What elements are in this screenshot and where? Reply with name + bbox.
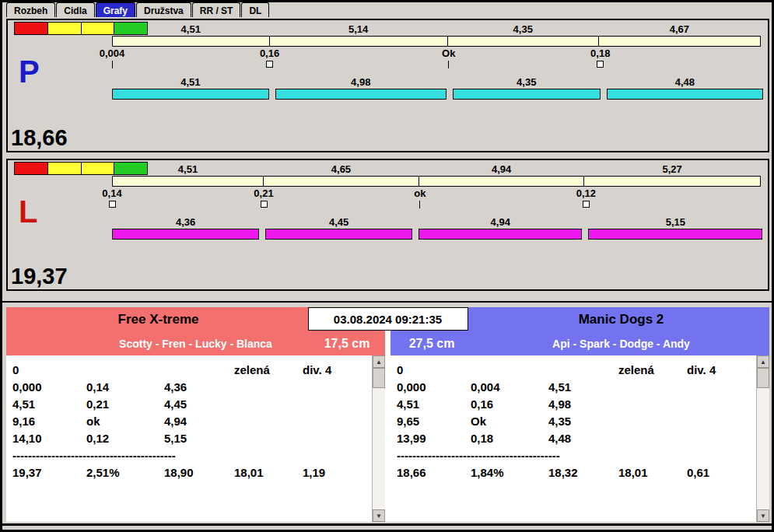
horizontal-divider — [2, 523, 772, 526]
table-cell: 9,16 — [12, 413, 86, 430]
tick-mark — [419, 201, 420, 208]
sensor-tick: 0,21 — [250, 187, 277, 208]
table-row: 0,0000,144,36 — [12, 379, 365, 396]
segment-bar — [263, 176, 419, 187]
table-cell: 4,35 — [548, 413, 618, 430]
bar-segment: 4,67 — [598, 23, 761, 47]
tick-checkbox[interactable] — [261, 201, 268, 208]
segment-time-label: 4,36 — [112, 216, 259, 229]
table-cell — [86, 362, 164, 379]
bar-segment: 4,36 — [112, 216, 262, 240]
table-cell: div. 4 — [303, 362, 365, 379]
segment-bar — [588, 229, 762, 240]
table-scrollbar[interactable]: ▲ ▼ — [756, 355, 769, 522]
tab-dru-stva[interactable]: Družstva — [136, 2, 191, 17]
scroll-thumb[interactable] — [373, 368, 385, 388]
table-cell — [303, 379, 365, 396]
team-name: Manic Dogs 2 — [473, 307, 769, 332]
sensor-tick: 0,12 — [573, 187, 599, 208]
tick-checkbox[interactable] — [597, 61, 604, 68]
datetime-box: 03.08.2024 09:21:35 — [308, 307, 468, 331]
table-cell — [618, 413, 687, 430]
table-row: 0zelenádiv. 4 — [397, 362, 749, 379]
table-cell: 0,61 — [687, 464, 749, 481]
table-cell: 0,18 — [471, 430, 548, 447]
sensor-tick: Ok — [436, 47, 462, 68]
tick-checkbox[interactable] — [266, 61, 273, 68]
segment-bar — [447, 36, 599, 47]
segment-time-label: 5,27 — [583, 163, 761, 176]
team-result-table: 0zelenádiv. 40,0000,144,364,510,214,459,… — [6, 355, 385, 522]
scroll-down-icon[interactable]: ▼ — [373, 509, 385, 522]
lane-total-time: 19,37 — [11, 265, 68, 288]
table-cell: zelená — [618, 362, 687, 379]
table-row: 9,16ok4,94 — [12, 413, 365, 430]
bar-segment: 4,98 — [272, 76, 450, 100]
tick-deviation-label: 0,12 — [573, 187, 599, 199]
table-row: 0zelenádiv. 4 — [12, 362, 365, 379]
table-row: 4,510,164,98 — [397, 396, 749, 413]
table-cell: 4,51 — [397, 396, 471, 413]
table-row: 18,661,84%18,3218,010,61 — [397, 464, 749, 481]
table-cell: ok — [86, 413, 164, 430]
tab-rozbeh[interactable]: Rozbeh — [6, 2, 55, 17]
scroll-up-icon[interactable]: ▲ — [373, 355, 385, 368]
tab-grafy[interactable]: Grafy — [96, 2, 135, 17]
split-times-bar: 4,515,144,354,67 — [112, 23, 763, 47]
scroll-track[interactable] — [757, 368, 769, 509]
team-result-table: 0zelenádiv. 40,0000,0044,514,510,164,989… — [391, 355, 769, 522]
segment-time-label: 4,98 — [275, 76, 447, 89]
bar-segment: 4,94 — [419, 163, 584, 187]
lane-bars: 4,515,144,354,67 0,0040,16Ok0,18 4,514,9… — [112, 23, 763, 100]
segment-bar — [112, 229, 259, 240]
table-cell: 4,51 — [548, 379, 618, 396]
team-sub-row: Api - Spark - Dodge - Andy 27,5 cm — [391, 332, 769, 355]
dog-times-bar: 4,364,454,945,15 — [112, 216, 763, 240]
tick-checkbox[interactable] — [109, 201, 116, 208]
sensor-tick: ok — [407, 187, 433, 208]
dog-lineup: Api - Spark - Dodge - Andy — [473, 332, 769, 355]
bar-segment: 4,65 — [263, 163, 419, 187]
tick-deviation-label: ok — [407, 187, 433, 199]
table-cell — [234, 379, 303, 396]
table-cell: 9,65 — [397, 413, 471, 430]
status-light-cell — [82, 163, 115, 174]
table-cell: 19,37 — [12, 464, 86, 481]
table-cell: Ok — [471, 413, 548, 430]
scroll-track[interactable] — [373, 368, 385, 509]
lane-letter: L — [19, 196, 37, 227]
segment-time-label: 4,45 — [265, 216, 412, 229]
lane-total-time: 18,66 — [11, 127, 68, 149]
table-cell: 0,004 — [471, 379, 548, 396]
tick-checkbox[interactable] — [583, 201, 590, 208]
segment-time-label: 4,94 — [419, 163, 584, 176]
segment-bar — [269, 36, 448, 47]
table-cell — [687, 430, 749, 447]
tab-dl[interactable]: DL — [241, 2, 269, 17]
lane-letter: P — [19, 56, 40, 87]
bar-segment: 4,45 — [262, 216, 415, 240]
scroll-thumb[interactable] — [757, 368, 769, 388]
tab-cidla[interactable]: Cidla — [56, 2, 94, 17]
table-cell: 1,19 — [303, 464, 365, 481]
status-light-cell — [48, 163, 82, 174]
table-cell — [618, 379, 687, 396]
dog-times-bar: 4,514,984,354,48 — [112, 76, 763, 100]
table-row: 0,0000,0044,51 — [397, 379, 749, 396]
tab-rr-st[interactable]: RR / ST — [192, 2, 241, 17]
table-cell — [687, 379, 749, 396]
separator-dashes: ----------------------------------------… — [12, 447, 365, 464]
table-cell: 18,66 — [397, 464, 471, 481]
bar-segment: 5,14 — [269, 23, 448, 47]
run-panel-l: L 19,37 4,514,654,945,27 0,140,21ok0,12 … — [6, 159, 769, 291]
bar-segment: 4,51 — [112, 163, 264, 187]
table-scrollbar[interactable]: ▲ ▼ — [372, 355, 385, 522]
tick-deviation-label: 0,004 — [99, 47, 125, 59]
table-cell: 0,000 — [12, 379, 86, 396]
scroll-up-icon[interactable]: ▲ — [757, 355, 769, 368]
tick-deviation-label: 0,18 — [587, 47, 614, 59]
tick-deviation-label: 0,14 — [99, 187, 125, 199]
segment-time-label: 4,94 — [419, 216, 582, 229]
run-panel-p: P 18,66 4,515,144,354,67 0,0040,16Ok0,18… — [6, 19, 769, 152]
scroll-down-icon[interactable]: ▼ — [757, 509, 769, 522]
